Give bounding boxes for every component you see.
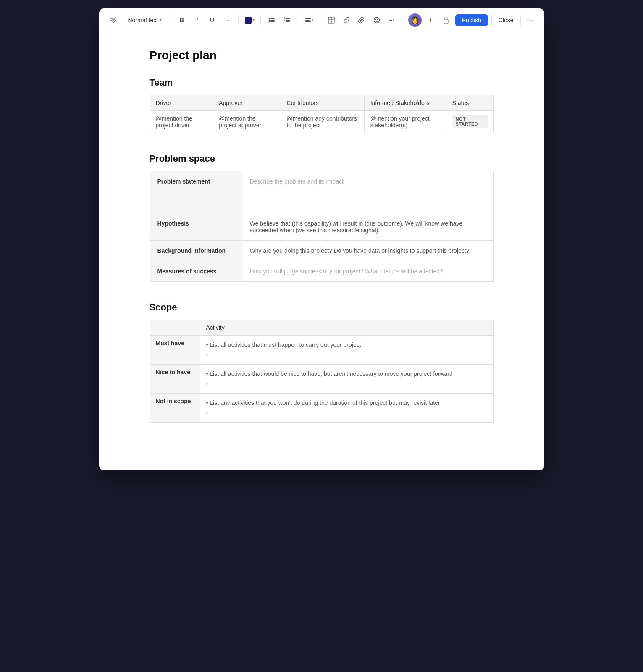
- more-format-button[interactable]: ···: [221, 14, 233, 26]
- avatar-image: 👩: [408, 13, 422, 27]
- scope-table: Activity Must have List all activities t…: [150, 320, 494, 423]
- problem-label-3: Measures of success: [150, 261, 242, 282]
- team-heading: Team: [150, 77, 494, 88]
- list-item: [206, 350, 488, 360]
- toolbar-divider-5: [320, 16, 320, 24]
- col-status: Status: [446, 95, 493, 111]
- more-options-button[interactable]: ···: [524, 14, 536, 26]
- scope-not-label: Not in scope: [150, 394, 200, 423]
- problem-section: Problem space Problem statement Describe…: [150, 153, 494, 282]
- cell-stakeholders[interactable]: @mention your project stakeholder(s): [364, 111, 446, 133]
- color-swatch-inner: [245, 17, 252, 24]
- svg-point-0: [269, 18, 270, 19]
- table-row: Measures of success How you will judge s…: [150, 261, 493, 282]
- italic-button[interactable]: I: [191, 14, 203, 26]
- svg-rect-7: [286, 18, 290, 19]
- scope-must-list: List all activities that must happen to …: [206, 340, 488, 360]
- svg-point-19: [375, 19, 376, 20]
- link-button[interactable]: [341, 14, 352, 26]
- close-button[interactable]: Close: [491, 14, 521, 26]
- problem-label-2: Background information: [150, 241, 242, 261]
- align-button[interactable]: ▾: [303, 14, 315, 26]
- svg-rect-21: [444, 20, 448, 23]
- page-title: Project plan: [150, 49, 494, 62]
- problem-value-0[interactable]: Describe the problem and its impact: [242, 171, 493, 213]
- avatar[interactable]: 👩: [408, 13, 422, 27]
- numbered-list-button[interactable]: 1. 2. 3.: [281, 14, 293, 26]
- publish-button[interactable]: Publish: [455, 14, 488, 26]
- scope-must-value[interactable]: List all activities that must happen to …: [200, 336, 493, 365]
- lock-icon: [440, 14, 452, 26]
- team-table-header-row: Driver Approver Contributors Informed St…: [150, 95, 493, 111]
- insert-plus-button[interactable]: + ▾: [386, 14, 398, 26]
- scope-heading: Scope: [150, 302, 494, 313]
- svg-rect-11: [286, 21, 290, 22]
- insert-chevron-icon: ▾: [393, 18, 395, 22]
- col-stakeholders: Informed Stakeholders: [364, 95, 446, 111]
- col-driver: Driver: [150, 95, 213, 111]
- svg-point-4: [269, 21, 270, 22]
- list-item: List all activities that must happen to …: [206, 340, 488, 350]
- add-collaborator-button[interactable]: +: [425, 14, 437, 26]
- table-row: Not in scope List any activities that yo…: [150, 394, 493, 423]
- svg-point-2: [269, 19, 270, 21]
- content-area: Project plan Team Driver Approver Contri…: [99, 32, 544, 459]
- table-row: Must have List all activities that must …: [150, 336, 493, 365]
- table-button[interactable]: [325, 14, 337, 26]
- team-table: Driver Approver Contributors Informed St…: [150, 95, 494, 133]
- toolbar-divider-2: [238, 16, 239, 24]
- plus-icon: +: [389, 17, 392, 24]
- status-badge: NOT STARTED: [452, 115, 488, 128]
- ellipsis-icon: ···: [225, 17, 230, 24]
- scope-col-activity: Activity: [200, 320, 493, 336]
- list-item: [206, 379, 488, 389]
- svg-point-20: [378, 19, 378, 20]
- color-chevron-icon: ▾: [252, 18, 255, 22]
- text-style-selector[interactable]: Normal text ▾: [124, 15, 166, 26]
- cell-contributors[interactable]: @mention any contributors to the project: [281, 111, 364, 133]
- bullet-list-button[interactable]: [266, 14, 278, 26]
- scope-nice-value[interactable]: List all activities that would be nice t…: [200, 365, 493, 394]
- svg-rect-3: [270, 20, 275, 21]
- svg-rect-14: [305, 21, 311, 22]
- app-window: Normal text ▾ B I U ··· ▾ 1.: [99, 8, 544, 470]
- toolbar-divider-4: [298, 16, 298, 24]
- svg-rect-1: [270, 18, 275, 19]
- table-row: Hypothesis We believe that (this capabil…: [150, 213, 493, 241]
- scope-must-label: Must have: [150, 336, 200, 365]
- cell-approver[interactable]: @mention the project approver: [213, 111, 281, 133]
- team-section: Team Driver Approver Contributors Inform…: [150, 77, 494, 133]
- scope-nice-list: List all activities that would be nice t…: [206, 369, 488, 389]
- scope-not-value[interactable]: List any activities that you won't do du…: [200, 394, 493, 423]
- list-item: List all activities that would be nice t…: [206, 369, 488, 379]
- problem-value-3[interactable]: How you will judge success of your proje…: [242, 261, 493, 282]
- text-style-label: Normal text: [128, 17, 158, 24]
- underline-button[interactable]: U: [206, 14, 218, 26]
- toolbar: Normal text ▾ B I U ··· ▾ 1.: [99, 8, 544, 32]
- scope-nice-label: Nice to have: [150, 365, 200, 394]
- scope-section: Scope Activity Must have List all activi…: [150, 302, 494, 423]
- col-approver: Approver: [213, 95, 281, 111]
- attachment-button[interactable]: [356, 14, 367, 26]
- emoji-button[interactable]: [371, 14, 383, 26]
- table-row: Problem statement Describe the problem a…: [150, 171, 493, 213]
- bold-button[interactable]: B: [176, 14, 188, 26]
- scope-col-empty: [150, 320, 200, 336]
- svg-point-18: [374, 17, 380, 23]
- cell-driver[interactable]: @mention the project driver: [150, 111, 213, 133]
- cell-status[interactable]: NOT STARTED: [446, 111, 493, 133]
- svg-rect-13: [305, 20, 310, 21]
- problem-label-1: Hypothesis: [150, 213, 242, 241]
- scope-header-row: Activity: [150, 320, 493, 336]
- color-picker[interactable]: ▾: [244, 14, 255, 26]
- chevron-down-icon: ▾: [160, 18, 162, 22]
- problem-value-2[interactable]: Why are you doing this project? Do you h…: [242, 241, 493, 261]
- logo-icon: [108, 14, 119, 26]
- toolbar-divider-1: [171, 16, 171, 24]
- svg-rect-12: [305, 18, 311, 19]
- list-item: [206, 408, 488, 418]
- col-contributors: Contributors: [281, 95, 364, 111]
- problem-value-1[interactable]: We believe that (this capability) will r…: [242, 213, 493, 241]
- problem-label-0: Problem statement: [150, 171, 242, 213]
- scope-not-list: List any activities that you won't do du…: [206, 398, 488, 418]
